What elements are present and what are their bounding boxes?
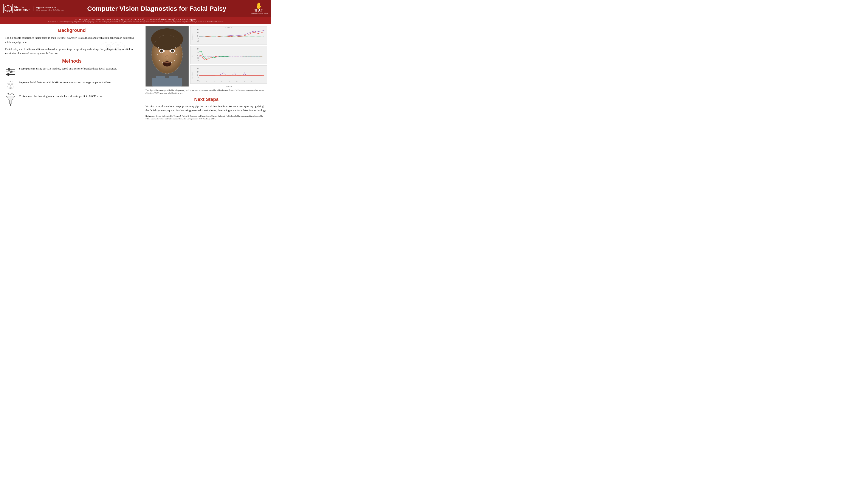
svg-point-48 [9, 94, 10, 95]
authors-main: Ali Mottaghi¹, Katherine Guo², Sierra Wi… [3, 18, 268, 21]
figure-area: EEEEE 40 20 0 -20 -40 Commissure [146, 26, 267, 87]
svg-point-71 [171, 62, 172, 63]
stanford-medicine: MEDICINE [14, 9, 31, 11]
eye-chart-svg: 40 20 0 -20 -40 Eye [191, 47, 266, 63]
svg-text:Commissure: Commissure [191, 33, 193, 40]
methods-title: Methods [5, 58, 138, 64]
pepper-lab: Pepper Research Lab Otolaryngology – Hea… [34, 6, 64, 11]
svg-point-30 [12, 82, 12, 82]
svg-point-43 [10, 93, 10, 94]
svg-point-56 [151, 28, 183, 50]
svg-text:30: 30 [244, 81, 245, 82]
svg-marker-0 [5, 5, 11, 12]
svg-text:5: 5 [206, 81, 207, 82]
svg-text:20: 20 [197, 32, 198, 34]
svg-text:10: 10 [214, 81, 215, 82]
face-segment-icon [5, 80, 16, 91]
svg-text:20: 20 [228, 81, 230, 82]
left-panel: Background 1 in 60 people experience fac… [0, 24, 144, 123]
svg-text:25: 25 [236, 81, 238, 82]
inner-mouth-chart-svg: 40 20 0 -20 -40 Inner Mouth 0 5 [191, 66, 266, 83]
svg-point-15 [10, 71, 12, 72]
svg-point-66 [175, 47, 176, 48]
svg-text:-20: -20 [197, 77, 199, 79]
svg-point-69 [166, 58, 167, 59]
background-para1: 1 in 60 people experience facial palsy i… [5, 36, 138, 44]
main-content: Background 1 in 60 people experience fac… [0, 24, 271, 123]
face-landmark-svg [146, 26, 189, 87]
svg-point-47 [8, 94, 9, 95]
next-steps-text: We aim to implement our image processing… [146, 104, 267, 112]
main-title: Computer Vision Diagnostics for Facial P… [64, 5, 250, 12]
svg-point-45 [12, 93, 13, 94]
svg-point-37 [7, 87, 8, 87]
svg-point-75 [159, 60, 160, 61]
stanford-name: Stanford [14, 6, 31, 9]
figure-caption: This figure illustrates quantified facia… [146, 89, 267, 95]
svg-text:15: 15 [221, 81, 222, 82]
chart-commissure: EEEEE 40 20 0 -20 -40 Commissure [190, 26, 267, 44]
svg-point-29 [10, 81, 11, 82]
method-item-segment: Segment facial features with MMPose comp… [5, 80, 138, 91]
svg-point-50 [12, 94, 12, 95]
references-text: Greene JJ, Guarin DL, Tavares J, Fortier… [146, 115, 263, 120]
svg-point-32 [14, 85, 14, 85]
svg-point-72 [166, 65, 167, 65]
method-bold-train: Train [19, 94, 26, 98]
svg-point-74 [176, 54, 177, 55]
authors-bar: Ali Mottaghi¹, Katherine Guo², Sierra Wi… [0, 17, 271, 24]
svg-text:20: 20 [197, 71, 198, 73]
svg-point-65 [158, 47, 159, 48]
svg-text:0: 0 [197, 35, 197, 37]
svg-point-24 [10, 86, 11, 86]
stanford-shield-icon: S STANFORD [3, 4, 13, 13]
method-text-score: Score patient's using eFACE method, base… [19, 66, 117, 71]
svg-point-40 [9, 82, 9, 82]
svg-point-64 [163, 61, 172, 66]
authors-affiliations: ¹Department of Electrical Engineering, ²… [3, 21, 268, 23]
svg-point-44 [11, 93, 11, 94]
method-text-segment: Segment facial features with MMPose comp… [19, 80, 112, 85]
funnel-icon [5, 94, 16, 105]
page-header: S STANFORD Stanford MEDICINE Pepper Rese… [0, 0, 271, 17]
svg-text:-20: -20 [197, 38, 199, 40]
background-title: Background [5, 28, 138, 33]
svg-point-39 [7, 83, 8, 83]
svg-point-36 [9, 88, 9, 89]
chart-inner-mouth: 40 20 0 -20 -40 Inner Mouth 0 5 [190, 65, 267, 84]
method-rest-segment: facial features with MMPose computer vis… [29, 81, 112, 84]
hai-subtitle: Celebrating 5 Years of Impact [250, 13, 268, 14]
chart-commissure-title: EEEEE [225, 27, 232, 29]
pepper-lab-name: Pepper Research Lab [36, 6, 64, 9]
svg-point-33 [13, 87, 14, 87]
method-bold-segment: Segment [19, 81, 29, 84]
hai-logo: ✋ HAI Celebrating 5 Years of Impact [250, 3, 268, 14]
face-image [146, 26, 189, 87]
svg-point-51 [13, 94, 14, 95]
svg-point-41 [7, 93, 8, 94]
svg-point-70 [162, 62, 163, 63]
methods-section: Methods S [5, 58, 138, 105]
face-placeholder [146, 26, 189, 87]
svg-point-73 [157, 54, 158, 55]
method-rest-score: patient's using eFACE method, based on a… [26, 67, 117, 70]
svg-text:40: 40 [197, 68, 198, 69]
header-left: S STANFORD Stanford MEDICINE Pepper Rese… [3, 4, 64, 13]
right-panel: EEEEE 40 20 0 -20 -40 Commissure [144, 24, 271, 123]
method-bold-score: Score [19, 67, 26, 70]
sliders-icon [5, 66, 16, 77]
svg-text:20: 20 [197, 52, 198, 53]
svg-point-18 [8, 74, 9, 75]
header-center: Computer Vision Diagnostics for Facial P… [64, 5, 250, 12]
svg-point-21 [11, 84, 12, 85]
x-axis-label: Time (s) [190, 86, 267, 87]
svg-text:-20: -20 [197, 57, 199, 59]
stanford-logo: S STANFORD Stanford MEDICINE [3, 4, 31, 13]
svg-text:0: 0 [197, 74, 197, 76]
svg-point-38 [7, 85, 7, 85]
chart-eye: 40 20 0 -20 -40 Eye [190, 46, 267, 64]
references: References: Greene JJ, Guarin DL, Tavare… [146, 115, 267, 121]
hai-text: HAI [254, 9, 263, 13]
hai-hand-icon: ✋ [255, 3, 262, 9]
svg-text:S: S [8, 7, 9, 9]
